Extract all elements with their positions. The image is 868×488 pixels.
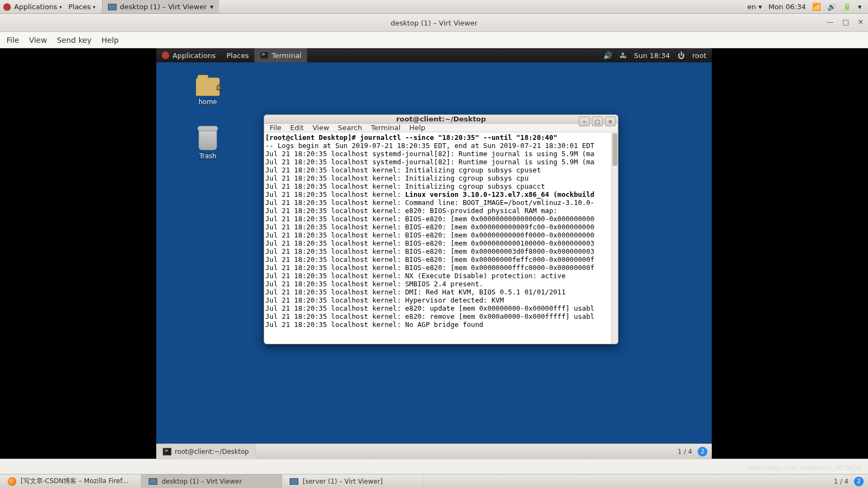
desktop-icon-label: Trash [189,152,227,160]
host-task-item[interactable]: desktop (1) – Virt Viewer [141,474,282,488]
guest-menu-places[interactable]: Places [221,48,254,62]
guest-bottom-panel: root@client:~/Desktop 1 / 4 2 [156,444,712,459]
host-bottom-panel: [写文章-CSDN博客 – Mozilla Firef...desktop (1… [0,474,868,488]
menu-help[interactable]: Help [409,124,425,132]
network-icon[interactable]: 🖧 [620,52,627,60]
watermark: https://blog.csdn.net/weixin_43°9635 [746,464,861,472]
menu-view[interactable]: View [312,124,329,132]
guest-menu-applications-label: Applications [173,52,215,60]
wifi-icon[interactable]: 📶 [812,3,821,11]
workspace-count[interactable]: 1 / 4 [828,478,854,485]
host-task-label: [写文章-CSDN博客 – Mozilla Firef... [21,477,128,486]
distro-icon [162,52,169,59]
virt-viewer-titlebar[interactable]: desktop (1) – Virt Viewer — □ ✕ [0,15,868,32]
host-task-item[interactable]: [server (1) – Virt Viewer] [282,474,423,488]
terminal-icon [163,448,171,455]
desktop-icon-home[interactable]: home [189,78,227,106]
menu-help[interactable]: Help [101,36,119,44]
power-icon[interactable]: ⏻ [678,52,685,60]
host-task-label: [server (1) – Virt Viewer] [303,478,382,485]
workspace-badge[interactable]: 2 [698,447,707,457]
screen-icon [108,4,117,10]
host-task-label: desktop (1) – Virt Viewer [120,3,207,11]
terminal-icon [260,52,269,59]
guest-menu-applications[interactable]: Applications [156,48,221,62]
maximize-button[interactable]: □ [843,18,849,26]
menu-view[interactable]: View [29,36,47,44]
host-menu-applications-label: Applications [14,3,57,11]
workspace-count[interactable]: 1 / 4 [672,448,698,455]
host-menu-applications[interactable]: Applications ▾ [11,0,65,14]
guest-task-item[interactable]: root@client:~/Desktop [156,444,256,459]
input-language[interactable]: en ▾ [748,3,762,11]
maximize-button[interactable]: □ [592,117,603,126]
virt-viewer-window: desktop (1) – Virt Viewer — □ ✕ File Vie… [0,14,868,474]
close-button[interactable]: ✕ [605,117,616,126]
workspace-badge[interactable]: 2 [854,477,864,486]
host-menu-places-label: Places [68,3,91,11]
menu-terminal[interactable]: Terminal [371,124,400,132]
power-icon[interactable]: ▾ [858,3,861,11]
host-task-item[interactable]: [写文章-CSDN博客 – Mozilla Firef... [0,474,141,488]
menu-file[interactable]: File [7,36,19,44]
minimize-button[interactable]: — [827,18,834,26]
guest-system-tray: 🔊 🖧 Sun 18:34 ⏻ root [598,52,712,60]
trash-icon [199,129,217,150]
terminal-menubar: File Edit View Search Terminal Help [264,124,618,132]
firefox-icon [8,477,16,486]
battery-icon[interactable]: 🔋 [843,3,851,11]
virt-viewer-menubar: File View Send key Help [0,32,868,48]
screen-icon [149,478,157,485]
screen-icon [290,478,298,485]
desktop-icon-trash[interactable]: Trash [189,129,227,160]
virt-viewer-title: desktop (1) – Virt Viewer [391,19,477,27]
folder-icon [196,78,220,96]
terminal-title: root@client:~/Desktop [396,115,486,123]
scrollbar-thumb[interactable] [612,133,617,166]
chevron-down-icon: ▾ [210,3,214,11]
host-task-label: desktop (1) – Virt Viewer [162,478,242,485]
guest-task-label: root@client:~/Desktop [175,448,249,455]
menu-search[interactable]: Search [338,124,362,132]
distro-icon [3,3,11,11]
host-menu-places[interactable]: Places ▾ [65,0,99,14]
guest-task-terminal[interactable]: Terminal [254,48,307,62]
terminal-scrollbar[interactable] [611,132,618,344]
guest-top-panel: Applications Places Terminal 🔊 🖧 Sun 18:… [156,48,712,62]
host-top-panel: Applications ▾ Places ▾ desktop (1) – Vi… [0,0,868,14]
guest-user[interactable]: root [692,52,706,60]
host-system-tray: en ▾ Mon 06:34 📶 🔊 🔋 ▾ [748,3,865,11]
chevron-down-icon: ▾ [93,4,95,10]
volume-icon[interactable]: 🔊 [827,3,836,11]
close-button[interactable]: ✕ [858,18,864,26]
virt-viewer-statusbar [0,459,868,474]
host-clock[interactable]: Mon 06:34 [768,3,806,11]
volume-icon[interactable]: 🔊 [603,52,612,60]
desktop-icon-label: home [189,98,227,106]
terminal-output[interactable]: [root@client Desktop]# journalctl --sinc… [264,132,618,344]
guest-desktop[interactable]: Applications Places Terminal 🔊 🖧 Sun 18:… [156,48,712,459]
guest-clock[interactable]: Sun 18:34 [634,52,670,60]
guest-menu-places-label: Places [226,52,248,60]
guest-task-label: Terminal [272,52,302,60]
terminal-window[interactable]: root@client:~/Desktop – □ ✕ File Edit Vi… [264,114,618,344]
menu-file[interactable]: File [270,124,282,132]
chevron-down-icon: ▾ [59,4,62,10]
menu-send-key[interactable]: Send key [57,36,92,44]
host-task-virtviewer[interactable]: desktop (1) – Virt Viewer ▾ [102,0,219,14]
minimize-button[interactable]: – [579,117,590,126]
menu-edit[interactable]: Edit [290,124,304,132]
guest-display-area: Applications Places Terminal 🔊 🖧 Sun 18:… [0,48,868,459]
terminal-titlebar[interactable]: root@client:~/Desktop – □ ✕ [264,115,618,124]
